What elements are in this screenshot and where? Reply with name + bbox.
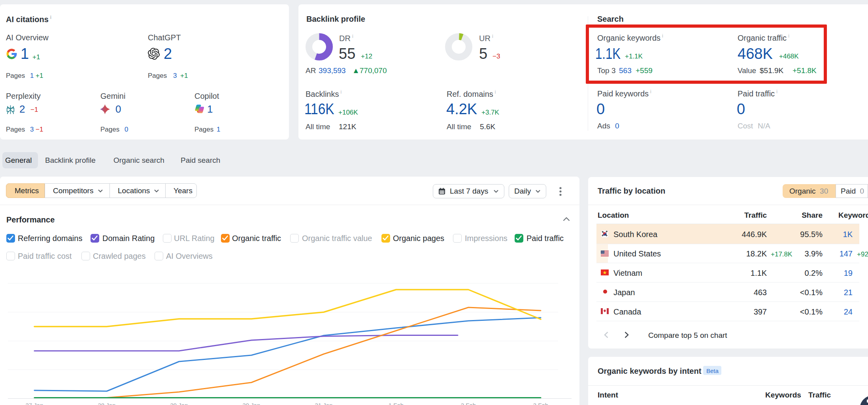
svg-text:28 Jan: 28 Jan <box>98 402 115 405</box>
svg-text:3 Feb: 3 Feb <box>533 402 548 405</box>
svg-text:1 Feb: 1 Feb <box>389 402 404 405</box>
svg-text:27 Jan: 27 Jan <box>25 402 43 405</box>
svg-text:29 Jan: 29 Jan <box>170 402 188 405</box>
svg-text:31 Jan: 31 Jan <box>315 402 332 405</box>
svg-text:2 Feb: 2 Feb <box>461 402 476 405</box>
svg-text:30 Jan: 30 Jan <box>242 402 260 405</box>
